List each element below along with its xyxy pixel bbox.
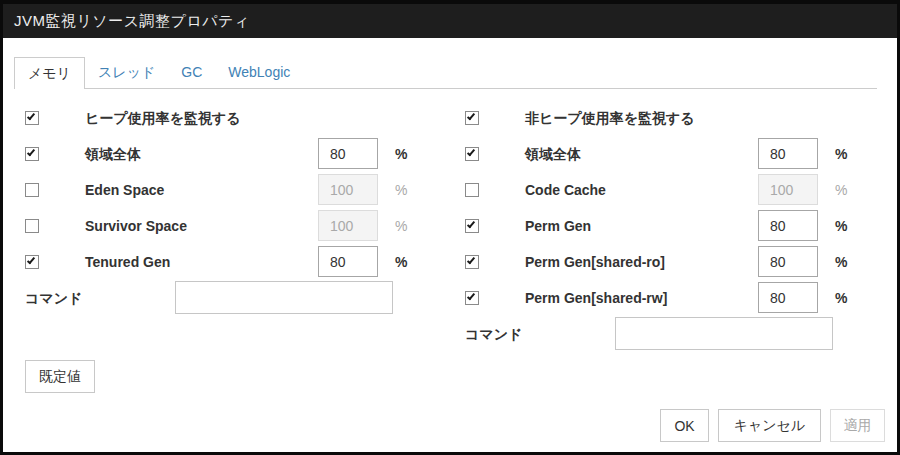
- row-code-cache: Code Cache%: [465, 172, 895, 208]
- perm-gen-label: Perm Gen: [525, 208, 591, 244]
- perm-gen-shared-ro-label: Perm Gen[shared-ro]: [525, 244, 665, 280]
- perm-gen-shared-ro-input[interactable]: [758, 246, 818, 277]
- heap-command-label: コマンド: [25, 280, 82, 316]
- tab-weblogic[interactable]: WebLogic: [215, 57, 303, 88]
- perm-gen-input[interactable]: [758, 210, 818, 241]
- perm-gen-shared-ro-checkbox[interactable]: [465, 255, 479, 269]
- percent-unit: %: [395, 244, 407, 280]
- apply-button[interactable]: 適用: [830, 409, 885, 442]
- perm-gen-checkbox[interactable]: [465, 219, 479, 233]
- tenured-gen-input[interactable]: [318, 246, 378, 277]
- tab-memory[interactable]: メモリ: [14, 57, 85, 89]
- survivor-space-checkbox[interactable]: [25, 219, 39, 233]
- perm-gen-shared-rw-checkbox[interactable]: [465, 291, 479, 305]
- survivor-space-label: Survivor Space: [85, 208, 187, 244]
- monitor-heap-usage-label: ヒープ使用率を監視する: [85, 100, 241, 136]
- perm-gen-shared-rw-label: Perm Gen[shared-rw]: [525, 280, 667, 316]
- tenured-gen-label: Tenured Gen: [85, 244, 170, 280]
- eden-space-label: Eden Space: [85, 172, 164, 208]
- check-icon: [27, 112, 35, 121]
- tab-gc[interactable]: GC: [168, 57, 215, 88]
- check-icon: [467, 292, 475, 301]
- heap-total-input[interactable]: [318, 138, 378, 169]
- percent-unit: %: [835, 244, 847, 280]
- perm-gen-shared-rw-input[interactable]: [758, 282, 818, 313]
- heap-command-row: コマンド: [25, 280, 455, 320]
- check-icon: [27, 148, 35, 157]
- tab-thread[interactable]: スレッド: [85, 57, 168, 88]
- heap-command-input[interactable]: [175, 281, 393, 314]
- percent-unit: %: [395, 208, 407, 244]
- jvm-monitor-resource-dialog: JVM監視リソース調整プロパティ メモリスレッドGCWebLogic ヒープ使用…: [0, 0, 900, 455]
- check-icon: [467, 220, 475, 229]
- nonheap-settings-column: 非ヒープ使用率を監視する領域全体%Code Cache%Perm Gen%Per…: [465, 100, 895, 356]
- dialog-content: メモリスレッドGCWebLogic ヒープ使用率を監視する領域全体%Eden S…: [3, 38, 897, 452]
- row-eden-space: Eden Space%: [25, 172, 455, 208]
- row-nonheap-total: 領域全体%: [465, 136, 895, 172]
- tenured-gen-checkbox[interactable]: [25, 255, 39, 269]
- nonheap-command-input[interactable]: [615, 317, 833, 350]
- nonheap-command-row: コマンド: [465, 316, 895, 356]
- heap-settings-column: ヒープ使用率を監視する領域全体%Eden Space%Survivor Spac…: [25, 100, 455, 320]
- percent-unit: %: [395, 136, 407, 172]
- cancel-button[interactable]: キャンセル: [718, 409, 821, 442]
- check-icon: [467, 112, 475, 121]
- check-icon: [467, 148, 475, 157]
- nonheap-total-label: 領域全体: [525, 136, 581, 172]
- nonheap-total-checkbox[interactable]: [465, 147, 479, 161]
- check-icon: [27, 256, 35, 265]
- eden-space-input[interactable]: [318, 174, 378, 205]
- dialog-title: JVM監視リソース調整プロパティ: [14, 12, 250, 29]
- row-monitor-nonheap-usage: 非ヒープ使用率を監視する: [465, 100, 895, 136]
- ok-button[interactable]: OK: [660, 409, 709, 442]
- monitor-heap-usage-checkbox[interactable]: [25, 111, 39, 125]
- default-button[interactable]: 既定値: [25, 360, 95, 393]
- monitor-nonheap-usage-label: 非ヒープ使用率を監視する: [525, 100, 695, 136]
- heap-total-checkbox[interactable]: [25, 147, 39, 161]
- percent-unit: %: [835, 280, 847, 316]
- dialog-titlebar: JVM監視リソース調整プロパティ: [3, 4, 897, 38]
- code-cache-checkbox[interactable]: [465, 183, 479, 197]
- heap-total-label: 領域全体: [85, 136, 141, 172]
- nonheap-command-label: コマンド: [465, 316, 522, 352]
- footer-buttons: OK キャンセル 適用: [660, 409, 885, 442]
- row-tenured-gen: Tenured Gen%: [25, 244, 455, 280]
- percent-unit: %: [835, 172, 847, 208]
- check-icon: [467, 256, 475, 265]
- survivor-space-input[interactable]: [318, 210, 378, 241]
- row-perm-gen-shared-rw: Perm Gen[shared-rw]%: [465, 280, 895, 316]
- monitor-nonheap-usage-checkbox[interactable]: [465, 111, 479, 125]
- tab-bar: メモリスレッドGCWebLogic: [14, 57, 877, 89]
- percent-unit: %: [835, 136, 847, 172]
- row-heap-total: 領域全体%: [25, 136, 455, 172]
- row-perm-gen: Perm Gen%: [465, 208, 895, 244]
- code-cache-input[interactable]: [758, 174, 818, 205]
- eden-space-checkbox[interactable]: [25, 183, 39, 197]
- code-cache-label: Code Cache: [525, 172, 606, 208]
- percent-unit: %: [835, 208, 847, 244]
- nonheap-total-input[interactable]: [758, 138, 818, 169]
- row-survivor-space: Survivor Space%: [25, 208, 455, 244]
- row-perm-gen-shared-ro: Perm Gen[shared-ro]%: [465, 244, 895, 280]
- row-monitor-heap-usage: ヒープ使用率を監視する: [25, 100, 455, 136]
- percent-unit: %: [395, 172, 407, 208]
